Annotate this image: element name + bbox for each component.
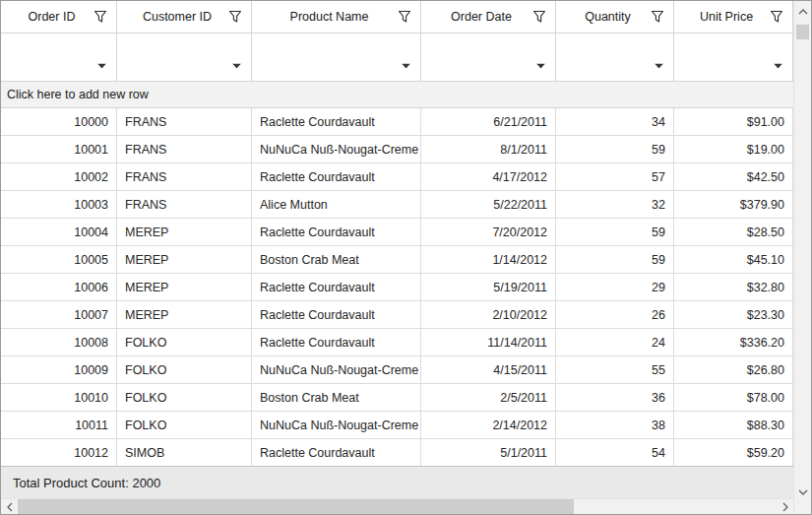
cell-customer-id[interactable]: FRANS	[117, 136, 252, 162]
cell-customer-id[interactable]: MEREP	[117, 274, 252, 300]
vertical-scrollbar[interactable]	[794, 1, 811, 498]
chevron-down-icon[interactable]	[655, 55, 663, 60]
cell-customer-id[interactable]: MEREP	[117, 301, 252, 328]
column-header-quantity[interactable]: Quantity	[556, 1, 674, 32]
cell-unit-price[interactable]: $91.00	[674, 108, 793, 135]
chevron-down-icon[interactable]	[536, 55, 545, 60]
cell-quantity[interactable]: 59	[556, 219, 674, 245]
filter-cell-product-name[interactable]	[252, 33, 421, 81]
cell-quantity[interactable]: 38	[556, 412, 674, 438]
scroll-down-button[interactable]	[794, 482, 811, 498]
cell-order-date[interactable]: 11/14/2011	[421, 329, 556, 355]
horizontal-scroll-track[interactable]	[18, 499, 777, 514]
scroll-right-button[interactable]	[777, 499, 793, 514]
filter-cell-quantity[interactable]	[556, 33, 674, 81]
cell-customer-id[interactable]: FOLKO	[117, 412, 252, 438]
cell-unit-price[interactable]: $379.90	[674, 191, 793, 218]
table-row[interactable]: 10005MEREPBoston Crab Meat1/14/201259$45…	[1, 246, 793, 274]
cell-quantity[interactable]: 59	[556, 246, 674, 273]
add-new-row[interactable]: Click here to add new row	[1, 82, 793, 108]
cell-customer-id[interactable]: SIMOB	[117, 439, 252, 466]
cell-customer-id[interactable]: FRANS	[117, 191, 252, 218]
cell-order-id[interactable]: 10001	[1, 136, 117, 162]
column-header-order-date[interactable]: Order Date	[421, 1, 556, 32]
cell-product-name[interactable]: Raclette Courdavault	[252, 329, 421, 355]
cell-order-id[interactable]: 10011	[1, 412, 117, 438]
chevron-down-icon[interactable]	[97, 55, 106, 60]
cell-quantity[interactable]: 54	[556, 439, 674, 466]
column-header-customer-id[interactable]: Customer ID	[117, 1, 252, 32]
filter-funnel-icon[interactable]	[532, 10, 546, 24]
filter-funnel-icon[interactable]	[770, 10, 783, 24]
cell-order-id[interactable]: 10005	[1, 246, 117, 273]
cell-order-date[interactable]: 8/1/2011	[421, 136, 556, 162]
cell-unit-price[interactable]: $59.20	[674, 439, 793, 466]
cell-order-id[interactable]: 10012	[1, 439, 117, 466]
cell-product-name[interactable]: Raclette Courdavault	[252, 219, 421, 245]
table-row[interactable]: 10006MEREPRaclette Courdavault5/19/20112…	[1, 274, 793, 301]
cell-product-name[interactable]: Raclette Courdavault	[252, 301, 421, 328]
cell-unit-price[interactable]: $45.10	[674, 246, 793, 273]
cell-order-id[interactable]: 10003	[1, 191, 117, 218]
cell-order-date[interactable]: 7/20/2012	[421, 219, 556, 245]
cell-product-name[interactable]: NuNuCa Nuß-Nougat-Creme	[252, 356, 421, 383]
cell-product-name[interactable]: Boston Crab Meat	[252, 246, 421, 273]
cell-product-name[interactable]: Raclette Courdavault	[252, 108, 421, 135]
cell-quantity[interactable]: 32	[556, 191, 674, 218]
cell-quantity[interactable]: 59	[556, 136, 674, 162]
vertical-scroll-thumb[interactable]	[796, 25, 809, 39]
filter-funnel-icon[interactable]	[228, 10, 242, 24]
filter-cell-unit-price[interactable]	[674, 33, 793, 81]
cell-unit-price[interactable]: $26.80	[674, 356, 793, 383]
cell-unit-price[interactable]: $23.30	[674, 301, 793, 328]
column-header-order-id[interactable]: Order ID	[1, 1, 117, 32]
cell-order-date[interactable]: 5/19/2011	[421, 274, 556, 300]
cell-order-date[interactable]: 4/17/2012	[421, 163, 556, 190]
column-header-product-name[interactable]: Product Name	[252, 1, 421, 32]
cell-customer-id[interactable]: FOLKO	[117, 384, 252, 411]
filter-funnel-icon[interactable]	[94, 10, 107, 24]
cell-product-name[interactable]: Raclette Courdavault	[252, 274, 421, 300]
cell-order-id[interactable]: 10000	[1, 108, 117, 135]
horizontal-scroll-thumb[interactable]	[18, 499, 574, 514]
scroll-up-button[interactable]	[794, 1, 811, 18]
horizontal-scrollbar[interactable]	[1, 498, 793, 514]
cell-order-id[interactable]: 10010	[1, 384, 117, 411]
chevron-down-icon[interactable]	[232, 55, 241, 60]
cell-customer-id[interactable]: FOLKO	[117, 356, 252, 383]
cell-order-id[interactable]: 10004	[1, 219, 117, 245]
column-header-unit-price[interactable]: Unit Price	[674, 1, 793, 32]
vertical-scroll-track[interactable]	[794, 18, 811, 482]
cell-quantity[interactable]: 24	[556, 329, 674, 355]
cell-product-name[interactable]: Alice Mutton	[252, 191, 421, 218]
cell-order-date[interactable]: 5/22/2011	[421, 191, 556, 218]
cell-unit-price[interactable]: $42.50	[674, 163, 793, 190]
cell-order-date[interactable]: 2/5/2011	[421, 384, 556, 411]
cell-customer-id[interactable]: FRANS	[117, 108, 252, 135]
cell-order-date[interactable]: 1/14/2012	[421, 246, 556, 273]
chevron-down-icon[interactable]	[402, 55, 410, 60]
cell-product-name[interactable]: NuNuCa Nuß-Nougat-Creme	[252, 412, 421, 438]
table-row[interactable]: 10008FOLKORaclette Courdavault11/14/2011…	[1, 329, 793, 356]
cell-unit-price[interactable]: $32.80	[674, 274, 793, 300]
cell-order-id[interactable]: 10009	[1, 356, 117, 383]
cell-quantity[interactable]: 29	[556, 274, 674, 300]
filter-funnel-icon[interactable]	[398, 10, 411, 24]
cell-quantity[interactable]: 34	[556, 108, 674, 135]
cell-customer-id[interactable]: MEREP	[117, 246, 252, 273]
cell-quantity[interactable]: 36	[556, 384, 674, 411]
cell-quantity[interactable]: 57	[556, 163, 674, 190]
table-row[interactable]: 10007MEREPRaclette Courdavault2/10/20122…	[1, 301, 793, 329]
cell-product-name[interactable]: Boston Crab Meat	[252, 384, 421, 411]
cell-order-id[interactable]: 10006	[1, 274, 117, 300]
cell-customer-id[interactable]: FRANS	[117, 163, 252, 190]
cell-unit-price[interactable]: $88.30	[674, 412, 793, 438]
cell-customer-id[interactable]: FOLKO	[117, 329, 252, 355]
cell-order-date[interactable]: 2/14/2012	[421, 412, 556, 438]
cell-order-date[interactable]: 4/15/2011	[421, 356, 556, 383]
table-row[interactable]: 10012SIMOBRaclette Courdavault5/1/201154…	[1, 439, 793, 466]
cell-product-name[interactable]: Raclette Courdavault	[252, 439, 421, 466]
filter-cell-customer-id[interactable]	[117, 33, 252, 81]
cell-order-date[interactable]: 2/10/2012	[421, 301, 556, 328]
cell-quantity[interactable]: 26	[556, 301, 674, 328]
